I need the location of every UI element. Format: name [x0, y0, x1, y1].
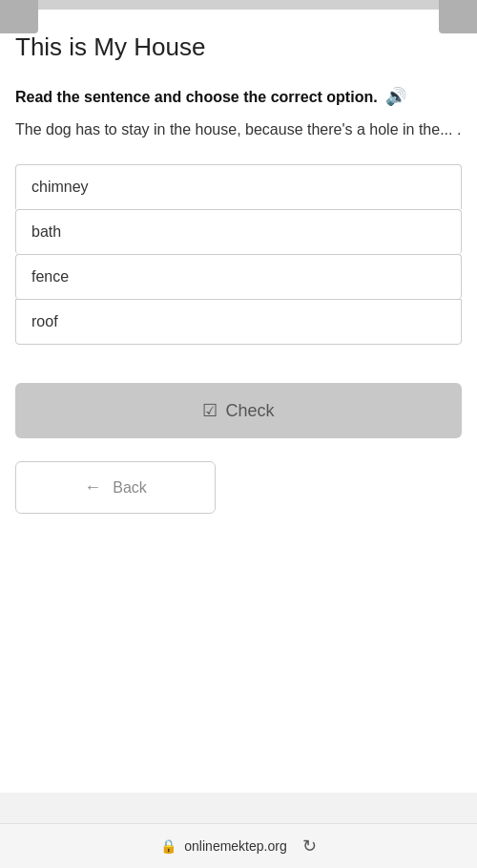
option-bath[interactable]: bath: [15, 209, 462, 254]
bottom-bar: 🔒 onlinemektep.org ↻: [0, 823, 477, 868]
instruction-text: Read the sentence and choose the correct…: [15, 85, 462, 109]
reload-icon[interactable]: ↻: [302, 836, 317, 857]
arrow-left-icon: ←: [84, 477, 101, 498]
options-list: chimney bath fence roof: [15, 164, 462, 345]
speaker-icon[interactable]: 🔊: [385, 85, 406, 109]
top-bar-right: [439, 0, 477, 33]
check-icon: ☑: [202, 400, 218, 421]
back-button[interactable]: ← Back: [15, 461, 216, 514]
back-label: Back: [113, 479, 147, 497]
domain-text: onlinemektep.org: [184, 838, 286, 854]
option-fence[interactable]: fence: [15, 254, 462, 299]
check-label: Check: [225, 401, 274, 421]
content-area: This is My House Read the sentence and c…: [0, 10, 477, 793]
option-roof[interactable]: roof: [15, 299, 462, 345]
page-title: This is My House: [15, 32, 462, 62]
lock-icon: 🔒: [160, 838, 176, 854]
instruction-label: Read the sentence and choose the correct…: [15, 89, 378, 105]
check-button[interactable]: ☑ Check: [15, 383, 462, 438]
top-bar-left: [0, 0, 38, 33]
top-bar: [0, 0, 477, 10]
sentence-text: The dog has to stay in the house, becaus…: [15, 118, 462, 141]
option-chimney[interactable]: chimney: [15, 164, 462, 209]
